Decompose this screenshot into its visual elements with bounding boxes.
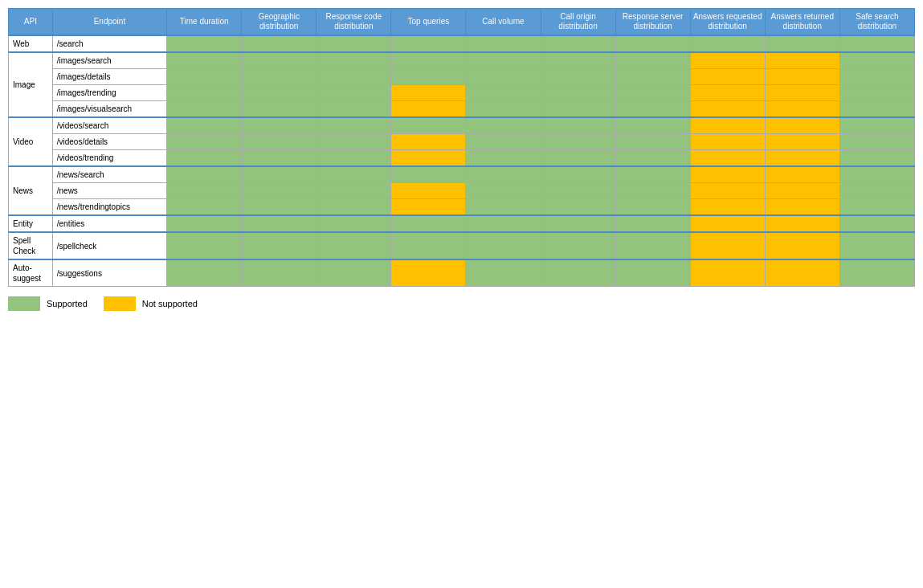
table-row: /images/details xyxy=(9,69,915,85)
feature-cell xyxy=(690,199,765,216)
feature-cell xyxy=(167,85,242,101)
endpoint-cell: /news/trendingtopics xyxy=(52,199,166,216)
api-cell: Spell Check xyxy=(9,232,53,259)
feature-cell xyxy=(541,101,615,118)
feature-cell xyxy=(615,69,690,85)
feature-cell xyxy=(317,232,391,259)
endpoint-cell: /entities xyxy=(52,215,166,232)
header-endpoint: Endpoint xyxy=(52,9,166,36)
feature-cell xyxy=(765,232,839,259)
endpoint-cell: /news/search xyxy=(52,166,166,183)
feature-cell xyxy=(466,85,541,101)
feature-cell xyxy=(690,52,765,69)
feature-cell xyxy=(391,35,466,52)
feature-cell xyxy=(242,150,317,167)
api-cell: Video xyxy=(9,117,53,166)
legend-supported: Supported xyxy=(8,296,88,311)
feature-cell xyxy=(317,166,391,183)
table-row: /videos/details xyxy=(9,134,915,150)
feature-cell xyxy=(317,259,391,287)
endpoint-cell: /videos/details xyxy=(52,134,166,150)
feature-cell xyxy=(615,232,690,259)
feature-cell xyxy=(317,52,391,69)
feature-cell xyxy=(466,69,541,85)
feature-cell xyxy=(615,52,690,69)
feature-cell xyxy=(317,117,391,134)
feature-cell xyxy=(466,101,541,118)
api-support-table: API Endpoint Time duration Geographic di… xyxy=(8,8,915,287)
table-row: Video/videos/search xyxy=(9,117,915,134)
feature-cell xyxy=(317,69,391,85)
table-row: /videos/trending xyxy=(9,150,915,167)
feature-cell xyxy=(242,35,317,52)
feature-cell xyxy=(839,101,914,118)
feature-cell xyxy=(839,259,914,287)
feature-cell xyxy=(167,150,242,167)
feature-cell xyxy=(242,215,317,232)
feature-cell xyxy=(391,101,466,118)
feature-cell xyxy=(242,259,317,287)
legend-green-box xyxy=(8,296,40,311)
api-cell: Auto-suggest xyxy=(9,259,53,287)
feature-cell xyxy=(615,183,690,199)
feature-cell xyxy=(167,35,242,52)
table-row: /images/visualsearch xyxy=(9,101,915,118)
feature-cell xyxy=(765,183,839,199)
feature-cell xyxy=(391,232,466,259)
feature-cell xyxy=(615,101,690,118)
feature-cell xyxy=(466,259,541,287)
feature-cell xyxy=(317,183,391,199)
feature-cell xyxy=(466,232,541,259)
feature-cell xyxy=(839,215,914,232)
feature-cell xyxy=(391,259,466,287)
feature-cell xyxy=(765,85,839,101)
feature-cell xyxy=(242,69,317,85)
feature-cell xyxy=(541,183,615,199)
feature-cell xyxy=(167,52,242,69)
feature-cell xyxy=(242,117,317,134)
feature-cell xyxy=(391,69,466,85)
feature-cell xyxy=(167,232,242,259)
feature-cell xyxy=(541,150,615,167)
feature-cell xyxy=(615,215,690,232)
table-row: Auto-suggest/suggestions xyxy=(9,259,915,287)
api-cell: News xyxy=(9,166,53,215)
feature-cell xyxy=(466,199,541,216)
table-row: News/news/search xyxy=(9,166,915,183)
feature-cell xyxy=(466,35,541,52)
header-response-code: Response code distribution xyxy=(317,9,391,36)
feature-cell xyxy=(690,134,765,150)
feature-cell xyxy=(466,150,541,167)
feature-cell xyxy=(615,199,690,216)
feature-cell xyxy=(839,183,914,199)
table-row: /news xyxy=(9,183,915,199)
feature-cell xyxy=(242,134,317,150)
header-top-queries: Top queries xyxy=(391,9,466,36)
header-row: API Endpoint Time duration Geographic di… xyxy=(9,9,915,36)
feature-cell xyxy=(690,101,765,118)
endpoint-cell: /search xyxy=(52,35,166,52)
feature-cell xyxy=(242,85,317,101)
header-safe-search: Safe search distribution xyxy=(839,9,914,36)
feature-cell xyxy=(690,259,765,287)
endpoint-cell: /videos/trending xyxy=(52,150,166,167)
feature-cell xyxy=(242,101,317,118)
feature-cell xyxy=(466,183,541,199)
feature-cell xyxy=(690,117,765,134)
table-row: /news/trendingtopics xyxy=(9,199,915,216)
header-answers-returned: Answers returned distribution xyxy=(765,9,839,36)
legend-orange-box xyxy=(104,296,136,311)
feature-cell xyxy=(615,166,690,183)
feature-cell xyxy=(839,232,914,259)
feature-cell xyxy=(391,199,466,216)
endpoint-cell: /images/trending xyxy=(52,85,166,101)
feature-cell xyxy=(541,259,615,287)
feature-cell xyxy=(839,52,914,69)
feature-cell xyxy=(391,215,466,232)
header-response-server: Response server distribution xyxy=(615,9,690,36)
feature-cell xyxy=(765,52,839,69)
feature-cell xyxy=(690,232,765,259)
feature-cell xyxy=(317,199,391,216)
feature-cell xyxy=(541,166,615,183)
header-geo-dist: Geographic distribution xyxy=(242,9,317,36)
